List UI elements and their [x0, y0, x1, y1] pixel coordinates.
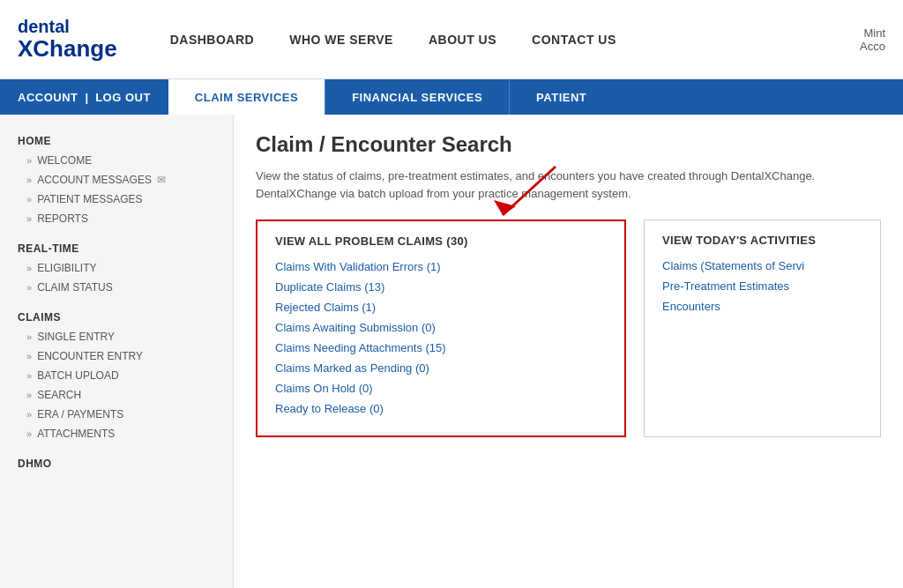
- nav-contact-us[interactable]: CONTACT US: [532, 33, 616, 47]
- tab-patient[interactable]: PATIENT: [509, 79, 613, 115]
- tab-claim-services[interactable]: CLAIM SERVICES: [168, 79, 325, 115]
- nav-about-us[interactable]: ABOUT US: [429, 33, 496, 47]
- main-layout: HOME » WELCOME » ACCOUNT MESSAGES ✉ » PA…: [0, 115, 903, 588]
- sidebar-item-patient-messages[interactable]: » PATIENT MESSAGES: [0, 190, 233, 209]
- sidebar-section-realtime: REAL-TIME: [0, 235, 233, 258]
- page-description: View the status of claims, pre-treatment…: [256, 167, 873, 202]
- sidebar-item-batch-upload[interactable]: » BATCH UPLOAD: [0, 366, 233, 385]
- page-title: Claim / Encounter Search: [256, 132, 881, 157]
- sidebar-label-patient-messages: PATIENT MESSAGES: [37, 193, 142, 205]
- chevron-icon: »: [26, 370, 32, 381]
- sidebar-section-claims: CLAIMS: [0, 304, 233, 327]
- chevron-icon: »: [26, 263, 32, 273]
- link-validation-errors[interactable]: Claims With Validation Errors (1): [275, 260, 607, 273]
- sidebar-label-era-payments: ERA / PAYMENTS: [37, 408, 123, 421]
- nav-divider: |: [86, 91, 89, 104]
- sidebar-label-encounter-entry: ENCOUNTER ENTRY: [37, 350, 143, 362]
- chevron-icon: »: [26, 155, 32, 166]
- chevron-icon: »: [26, 390, 32, 400]
- sidebar-item-reports[interactable]: » REPORTS: [0, 209, 233, 228]
- link-duplicate-claims[interactable]: Duplicate Claims (13): [275, 280, 607, 294]
- link-rejected-claims[interactable]: Rejected Claims (1): [275, 301, 607, 314]
- link-awaiting-submission[interactable]: Claims Awaiting Submission (0): [275, 321, 607, 334]
- sidebar-label-single-entry: SINGLE ENTRY: [37, 331, 115, 343]
- chevron-icon: »: [26, 331, 32, 342]
- chevron-icon: »: [26, 428, 32, 439]
- chevron-icon: »: [26, 175, 32, 185]
- sidebar-label-account-messages: ACCOUNT MESSAGES: [37, 174, 152, 186]
- chevron-icon: »: [26, 409, 32, 420]
- problem-claims-title: VIEW ALL PROBLEM CLAIMS (30): [275, 234, 607, 248]
- card-today-activities: VIEW TODAY'S ACTIVITIES Claims (Statemen…: [644, 220, 881, 437]
- sidebar-label-batch-upload: BATCH UPLOAD: [37, 369, 118, 382]
- nav-who-we-serve[interactable]: WHO WE SERVE: [289, 33, 393, 47]
- link-marked-pending[interactable]: Claims Marked as Pending (0): [275, 361, 607, 375]
- top-header: dental XChange DASHBOARD WHO WE SERVE AB…: [0, 0, 903, 79]
- sidebar-label-attachments: ATTACHMENTS: [37, 428, 115, 440]
- card-problem-claims: VIEW ALL PROBLEM CLAIMS (30) Claims With…: [256, 220, 626, 437]
- link-claims-today[interactable]: Claims (Statements of Servi: [662, 259, 862, 272]
- main-nav: DASHBOARD WHO WE SERVE ABOUT US CONTACT …: [170, 33, 860, 47]
- sidebar-label-search: SEARCH: [37, 389, 81, 401]
- sidebar: HOME » WELCOME » ACCOUNT MESSAGES ✉ » PA…: [0, 115, 234, 588]
- top-right-user: MintAcco: [860, 26, 885, 53]
- link-encounters[interactable]: Encounters: [662, 300, 862, 313]
- envelope-icon: ✉: [157, 174, 166, 186]
- sidebar-item-attachments[interactable]: » ATTACHMENTS: [0, 424, 233, 443]
- chevron-icon: »: [26, 282, 32, 293]
- sidebar-item-encounter-entry[interactable]: » ENCOUNTER ENTRY: [0, 346, 233, 366]
- sidebar-item-welcome[interactable]: » WELCOME: [0, 151, 233, 170]
- logo-xchange: XChange: [18, 36, 117, 62]
- sidebar-item-search[interactable]: » SEARCH: [0, 385, 233, 405]
- sidebar-section-dhmo: DHMO: [0, 450, 233, 473]
- chevron-icon: »: [26, 213, 32, 224]
- nav-dashboard[interactable]: DASHBOARD: [170, 33, 255, 47]
- chevron-icon: »: [26, 351, 32, 361]
- link-pre-treatment[interactable]: Pre-Treatment Estimates: [662, 279, 862, 293]
- today-activities-title: VIEW TODAY'S ACTIVITIES: [662, 234, 862, 247]
- tab-financial-services[interactable]: FINANCIAL SERVICES: [325, 79, 509, 115]
- svg-marker-1: [494, 200, 516, 215]
- link-needing-attachments[interactable]: Claims Needing Attachments (15): [275, 341, 607, 354]
- sidebar-section-home: HOME: [0, 128, 233, 151]
- content-area: Claim / Encounter Search View the status…: [234, 115, 903, 588]
- chevron-icon: »: [26, 194, 32, 205]
- account-link[interactable]: ACCOUNT: [18, 91, 78, 104]
- link-ready-to-release[interactable]: Ready to Release (0): [275, 402, 607, 415]
- sidebar-label-eligibility: ELIGIBILITY: [37, 262, 96, 274]
- sidebar-label-welcome: WELCOME: [37, 154, 92, 167]
- link-claims-on-hold[interactable]: Claims On Hold (0): [275, 382, 607, 395]
- sidebar-label-claim-status: CLAIM STATUS: [37, 281, 113, 294]
- nav-bar: ACCOUNT | LOG OUT CLAIM SERVICES FINANCI…: [0, 79, 903, 115]
- sidebar-item-account-messages[interactable]: » ACCOUNT MESSAGES ✉: [0, 170, 233, 190]
- cards-row: VIEW ALL PROBLEM CLAIMS (30) Claims With…: [256, 220, 881, 437]
- sidebar-item-eligibility[interactable]: » ELIGIBILITY: [0, 258, 233, 278]
- sidebar-item-claim-status[interactable]: » CLAIM STATUS: [0, 278, 233, 297]
- nav-bar-left: ACCOUNT | LOG OUT: [0, 79, 168, 115]
- logout-link[interactable]: LOG OUT: [95, 91, 151, 104]
- sidebar-label-reports: REPORTS: [37, 212, 88, 225]
- sidebar-item-single-entry[interactable]: » SINGLE ENTRY: [0, 327, 233, 346]
- sidebar-item-era-payments[interactable]: » ERA / PAYMENTS: [0, 405, 233, 424]
- logo: dental XChange: [18, 17, 117, 62]
- logo-dental: dental: [18, 17, 117, 36]
